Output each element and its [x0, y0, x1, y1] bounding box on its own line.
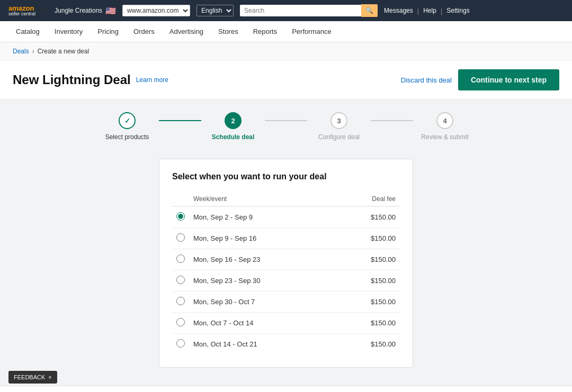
table-row: Mon, Oct 14 - Oct 21$150.00	[172, 333, 400, 354]
deal-section-title: Select when you want to run your deal	[172, 172, 400, 181]
nav-performance[interactable]: Performance	[284, 21, 338, 42]
step-3: 3 Configure deal	[307, 112, 371, 142]
step-1-circle: ✓	[119, 112, 136, 129]
breadcrumb-separator: ›	[32, 48, 34, 55]
page-header: New Lightning Deal Learn more Discard th…	[0, 61, 572, 99]
main-content: ✓ Select products 2 Schedule deal 3 Conf…	[0, 99, 572, 386]
col-week-header: Week/event	[189, 192, 335, 206]
step-2-circle: 2	[225, 112, 242, 129]
feedback-button[interactable]: FEEDBACK ×	[8, 371, 57, 384]
radio-cell[interactable]	[172, 333, 189, 354]
deal-schedule-table: Week/event Deal fee Mon, Sep 2 - Sep 9$1…	[172, 192, 400, 354]
header-links: Messages | Help | Settings	[384, 7, 470, 15]
week-label: Mon, Sep 23 - Sep 30	[189, 270, 335, 291]
radio-cell[interactable]	[172, 249, 189, 270]
nav-pricing[interactable]: Pricing	[90, 21, 126, 42]
stepper-container: ✓ Select products 2 Schedule deal 3 Conf…	[13, 112, 559, 142]
radio-cell[interactable]	[172, 206, 189, 228]
amazon-logo: amazon seller central	[8, 5, 35, 16]
table-row: Mon, Sep 16 - Sep 23$150.00	[172, 249, 400, 270]
store-url-select[interactable]: www.amazon.com	[122, 5, 190, 16]
page-title-area: New Lightning Deal Learn more	[13, 72, 168, 87]
table-row: Mon, Oct 7 - Oct 14$150.00	[172, 312, 400, 333]
seller-info: Jungle Creations 🇺🇸	[55, 6, 116, 16]
step-connector-1	[159, 120, 201, 121]
week-label: Mon, Sep 2 - Sep 9	[189, 206, 335, 228]
messages-link[interactable]: Messages	[384, 7, 413, 15]
nav-reports[interactable]: Reports	[246, 21, 285, 42]
fee-label: $150.00	[335, 270, 400, 291]
stepper: ✓ Select products 2 Schedule deal 3 Conf…	[95, 112, 477, 142]
step-1-label: Select products	[105, 133, 149, 142]
table-row: Mon, Sep 2 - Sep 9$150.00	[172, 206, 400, 228]
main-nav: Catalog Inventory Pricing Orders Adverti…	[0, 21, 572, 42]
week-label: Mon, Oct 14 - Oct 21	[189, 333, 335, 354]
week-radio-4[interactable]	[176, 276, 185, 284]
header-actions: Discard this deal Continue to next step	[401, 69, 559, 90]
fee-label: $150.00	[335, 333, 400, 354]
breadcrumb: Deals › Create a new deal	[0, 42, 572, 61]
fee-label: $150.00	[335, 227, 400, 249]
week-radio-3[interactable]	[176, 254, 185, 263]
step-3-circle: 3	[330, 112, 347, 129]
page-footer: Get support Program Policies English Jun…	[0, 386, 572, 392]
week-label: Mon, Sep 9 - Sep 16	[189, 227, 335, 249]
top-header: amazon seller central 🏳 Jungle Creations…	[0, 0, 572, 21]
help-link[interactable]: Help	[423, 7, 436, 15]
step-1: ✓ Select products	[95, 112, 159, 142]
step-connector-2	[265, 120, 307, 121]
week-label: Mon, Sep 30 - Oct 7	[189, 291, 335, 312]
table-row: Mon, Sep 30 - Oct 7$150.00	[172, 291, 400, 312]
fee-label: $150.00	[335, 312, 400, 333]
step-2-label: Schedule deal	[212, 133, 255, 142]
radio-cell[interactable]	[172, 270, 189, 291]
deal-schedule-card: Select when you want to run your deal We…	[159, 159, 413, 368]
language-select[interactable]: English	[196, 5, 234, 16]
breadcrumb-deals-link[interactable]: Deals	[13, 48, 29, 55]
page-title: New Lightning Deal	[13, 72, 131, 87]
learn-more-link[interactable]: Learn more	[136, 76, 168, 84]
breadcrumb-current: Create a new deal	[38, 48, 89, 55]
feedback-close-icon[interactable]: ×	[48, 374, 51, 380]
step-4: 4 Review & submit	[413, 112, 477, 142]
week-radio-6[interactable]	[176, 318, 185, 326]
settings-link[interactable]: Settings	[446, 7, 469, 15]
week-label: Mon, Sep 16 - Sep 23	[189, 249, 335, 270]
table-row: Mon, Sep 23 - Sep 30$150.00	[172, 270, 400, 291]
table-header-row: Week/event Deal fee	[172, 192, 400, 206]
discard-button[interactable]: Discard this deal	[401, 76, 452, 84]
deal-table-body: Mon, Sep 2 - Sep 9$150.00Mon, Sep 9 - Se…	[172, 206, 400, 354]
week-label: Mon, Oct 7 - Oct 14	[189, 312, 335, 333]
fee-label: $150.00	[335, 206, 400, 228]
table-row: Mon, Sep 9 - Sep 16$150.00	[172, 227, 400, 249]
search-button[interactable]: 🔍	[361, 4, 378, 17]
col-radio	[172, 192, 189, 206]
step-2: 2 Schedule deal	[201, 112, 265, 142]
nav-catalog[interactable]: Catalog	[8, 21, 47, 42]
step-connector-3	[371, 120, 413, 121]
col-fee-header: Deal fee	[335, 192, 400, 206]
week-radio-5[interactable]	[176, 297, 185, 305]
flag-icon: 🏳	[41, 6, 48, 15]
week-radio-2[interactable]	[176, 233, 185, 242]
week-radio-1[interactable]	[176, 212, 185, 221]
nav-inventory[interactable]: Inventory	[47, 21, 90, 42]
feedback-label: FEEDBACK	[14, 374, 45, 380]
week-radio-7[interactable]	[176, 339, 185, 348]
radio-cell[interactable]	[172, 291, 189, 312]
search-input[interactable]	[240, 5, 361, 16]
nav-stores[interactable]: Stores	[211, 21, 246, 42]
continue-button[interactable]: Continue to next step	[458, 69, 559, 90]
search-area: 🔍	[240, 4, 378, 17]
fee-label: $150.00	[335, 249, 400, 270]
fee-label: $150.00	[335, 291, 400, 312]
nav-advertising[interactable]: Advertising	[162, 21, 211, 42]
nav-orders[interactable]: Orders	[126, 21, 162, 42]
radio-cell[interactable]	[172, 312, 189, 333]
step-4-circle: 4	[436, 112, 453, 129]
us-flag-icon: 🇺🇸	[105, 6, 116, 16]
step-3-label: Configure deal	[318, 133, 360, 142]
seller-name-label: Jungle Creations	[55, 7, 102, 14]
step-4-label: Review & submit	[421, 133, 468, 142]
radio-cell[interactable]	[172, 227, 189, 249]
